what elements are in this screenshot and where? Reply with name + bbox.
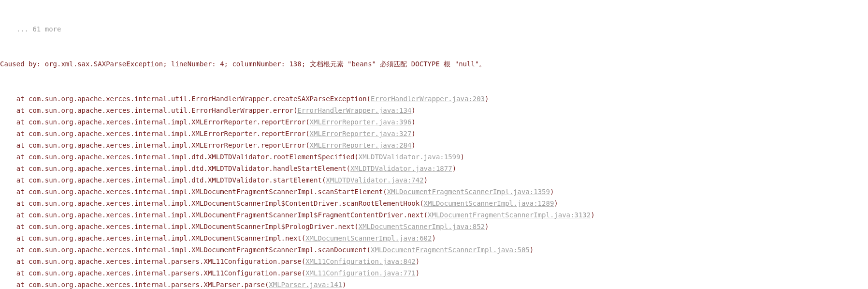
paren-close: ) <box>424 176 428 184</box>
at-keyword: at <box>0 153 29 161</box>
paren-close: ) <box>342 281 346 289</box>
source-link[interactable]: XMLDTDValidator.java:1877 <box>350 165 452 172</box>
stack-frame: at com.sun.org.apache.xerces.internal.im… <box>0 209 868 221</box>
stack-frame: at com.sun.org.apache.xerces.internal.im… <box>0 128 868 139</box>
paren-open: ( <box>302 269 305 277</box>
frame-class-method: com.sun.org.apache.xerces.internal.impl.… <box>29 234 302 242</box>
source-link[interactable]: XML11Configuration.java:842 <box>305 258 416 265</box>
at-keyword: at <box>0 223 29 230</box>
stack-frame: at com.sun.org.apache.xerces.internal.pa… <box>0 267 868 279</box>
at-keyword: at <box>0 258 29 265</box>
source-link[interactable]: XML11Configuration.java:771 <box>305 269 416 277</box>
paren-close: ) <box>550 188 554 196</box>
source-link[interactable]: XMLDocumentFragmentScannerImpl.java:1359 <box>387 188 550 196</box>
at-keyword: at <box>0 176 29 184</box>
frame-class-method: com.sun.org.apache.xerces.internal.parse… <box>29 281 265 289</box>
stack-frame: at com.sun.org.apache.xerces.internal.im… <box>0 163 868 174</box>
source-link[interactable]: XMLParser.java:141 <box>269 281 342 289</box>
at-keyword: at <box>0 130 29 137</box>
stack-trace: ... 61 more Caused by: org.xml.sax.SAXPa… <box>0 0 868 289</box>
at-keyword: at <box>0 118 29 126</box>
paren-open: ( <box>305 118 309 126</box>
source-link[interactable]: XMLErrorReporter.java:327 <box>310 130 412 137</box>
paren-close: ) <box>411 130 415 137</box>
frame-class-method: com.sun.org.apache.xerces.internal.impl.… <box>29 165 346 172</box>
stack-frame: at com.sun.org.apache.xerces.internal.im… <box>0 221 868 232</box>
at-keyword: at <box>0 199 29 207</box>
caused-by-line: Caused by: org.xml.sax.SAXParseException… <box>0 58 868 70</box>
at-keyword: at <box>0 141 29 149</box>
source-link[interactable]: XMLDocumentFragmentScannerImpl.java:3132 <box>428 211 591 219</box>
source-link[interactable]: XMLErrorReporter.java:284 <box>310 141 412 149</box>
source-link[interactable]: XMLDocumentScannerImpl.java:852 <box>359 223 485 230</box>
stack-frame: at com.sun.org.apache.xerces.internal.im… <box>0 174 868 186</box>
at-keyword: at <box>0 269 29 277</box>
at-keyword: at <box>0 281 29 289</box>
paren-open: ( <box>302 234 305 242</box>
paren-open: ( <box>346 165 350 172</box>
paren-close: ) <box>485 95 489 103</box>
paren-close: ) <box>554 199 558 207</box>
source-link[interactable]: XMLDTDValidator.java:742 <box>326 176 423 184</box>
stack-frame: at com.sun.org.apache.xerces.internal.ut… <box>0 105 868 116</box>
frame-class-method: com.sun.org.apache.xerces.internal.parse… <box>29 258 302 265</box>
paren-close: ) <box>416 258 420 265</box>
source-link[interactable]: XMLErrorReporter.java:396 <box>310 118 412 126</box>
frame-class-method: com.sun.org.apache.xerces.internal.impl.… <box>29 211 424 219</box>
frame-class-method: com.sun.org.apache.xerces.internal.util.… <box>29 95 367 103</box>
paren-open: ( <box>424 211 428 219</box>
source-link[interactable]: XMLDTDValidator.java:1599 <box>359 153 461 161</box>
paren-open: ( <box>367 246 371 254</box>
frame-class-method: com.sun.org.apache.xerces.internal.util.… <box>29 106 293 114</box>
paren-open: ( <box>302 258 305 265</box>
paren-open: ( <box>420 199 423 207</box>
stack-frame: at com.sun.org.apache.xerces.internal.im… <box>0 244 868 256</box>
exception-message: org.xml.sax.SAXParseException; lineNumbe… <box>45 60 486 68</box>
source-link[interactable]: XMLDocumentFragmentScannerImpl.java:505 <box>371 246 530 254</box>
at-keyword: at <box>0 106 29 114</box>
paren-open: ( <box>383 188 387 196</box>
source-link[interactable]: XMLDocumentScannerImpl.java:602 <box>305 234 432 242</box>
frame-class-method: com.sun.org.apache.xerces.internal.impl.… <box>29 153 354 161</box>
source-link[interactable]: ErrorHandlerWrapper.java:203 <box>371 95 485 103</box>
paren-close: ) <box>416 269 420 277</box>
stack-frame: at com.sun.org.apache.xerces.internal.im… <box>0 232 868 244</box>
frame-class-method: com.sun.org.apache.xerces.internal.impl.… <box>29 188 383 196</box>
paren-close: ) <box>460 153 464 161</box>
paren-open: ( <box>354 223 358 230</box>
paren-close: ) <box>452 165 456 172</box>
source-link[interactable]: XMLDocumentScannerImpl.java:1289 <box>424 199 554 207</box>
at-keyword: at <box>0 188 29 196</box>
paren-close: ) <box>411 106 415 114</box>
stack-frame: at com.sun.org.apache.xerces.internal.im… <box>0 151 868 163</box>
paren-close: ) <box>485 223 489 230</box>
stack-frame: at com.sun.org.apache.xerces.internal.im… <box>0 198 868 209</box>
ellipsis-line: ... 61 more <box>0 23 868 35</box>
paren-close: ) <box>432 234 435 242</box>
frame-class-method: com.sun.org.apache.xerces.internal.impl.… <box>29 223 354 230</box>
stack-frame: at com.sun.org.apache.xerces.internal.ut… <box>0 93 868 105</box>
frame-class-method: com.sun.org.apache.xerces.internal.impl.… <box>29 130 305 137</box>
at-keyword: at <box>0 95 29 103</box>
paren-open: ( <box>367 95 371 103</box>
stack-frame: at com.sun.org.apache.xerces.internal.pa… <box>0 256 868 267</box>
frame-class-method: com.sun.org.apache.xerces.internal.parse… <box>29 269 302 277</box>
stack-frame: at com.sun.org.apache.xerces.internal.im… <box>0 139 868 151</box>
stack-frame: at com.sun.org.apache.xerces.internal.im… <box>0 186 868 198</box>
source-link[interactable]: ErrorHandlerWrapper.java:134 <box>297 106 411 114</box>
paren-close: ) <box>591 211 594 219</box>
stack-frame: at com.sun.org.apache.xerces.internal.im… <box>0 116 868 128</box>
at-keyword: at <box>0 211 29 219</box>
frame-class-method: com.sun.org.apache.xerces.internal.impl.… <box>29 199 420 207</box>
paren-open: ( <box>354 153 358 161</box>
paren-open: ( <box>305 130 309 137</box>
paren-close: ) <box>530 246 534 254</box>
paren-close: ) <box>411 141 415 149</box>
paren-open: ( <box>305 141 309 149</box>
frame-class-method: com.sun.org.apache.xerces.internal.impl.… <box>29 118 305 126</box>
at-keyword: at <box>0 234 29 242</box>
at-keyword: at <box>0 165 29 172</box>
at-keyword: at <box>0 246 29 254</box>
frame-class-method: com.sun.org.apache.xerces.internal.impl.… <box>29 176 322 184</box>
stack-frame: at com.sun.org.apache.xerces.internal.pa… <box>0 279 868 289</box>
